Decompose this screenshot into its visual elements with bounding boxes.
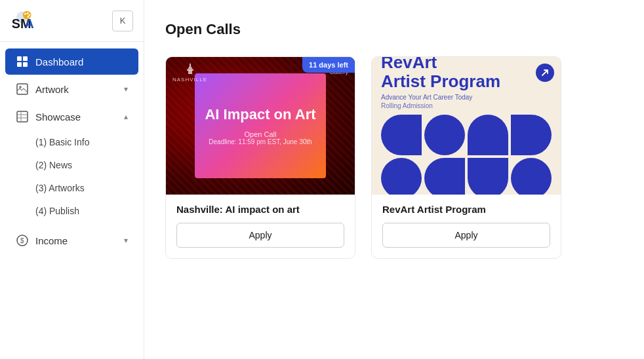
cards-grid: NASHVILLE RevArt Gallery AI Impact on Ar… bbox=[165, 56, 623, 259]
sidebar-item-artworks[interactable]: (3) Artworks bbox=[5, 177, 138, 199]
artworks-label: (3) Artworks bbox=[35, 183, 85, 193]
artwork-chevron: ▾ bbox=[124, 85, 128, 94]
sidebar-item-artwork[interactable]: Artwork ▾ bbox=[5, 76, 138, 102]
ai-impact-title: AI Impact on Art bbox=[205, 106, 315, 123]
revart-card-image: RevArtArtist Program Advance Your Art Ca… bbox=[372, 57, 561, 195]
svg-point-4 bbox=[24, 12, 26, 14]
svg-rect-14 bbox=[17, 111, 28, 122]
showcase-chevron: ▴ bbox=[124, 112, 128, 121]
main-content: Open Calls NASHVIL bbox=[144, 0, 644, 359]
income-chevron: ▾ bbox=[124, 236, 128, 245]
revart-card-name: RevArt Artist Program bbox=[382, 204, 550, 215]
dollar-icon: $ bbox=[16, 234, 29, 247]
nashville-background: NASHVILLE RevArt Gallery AI Impact on Ar… bbox=[166, 57, 355, 195]
image-icon bbox=[16, 83, 29, 96]
revart-background: RevArtArtist Program Advance Your Art Ca… bbox=[372, 57, 561, 195]
nashville-card: NASHVILLE RevArt Gallery AI Impact on Ar… bbox=[165, 56, 355, 259]
table-icon bbox=[16, 110, 29, 123]
revart-card-footer: RevArt Artist Program Apply bbox=[372, 195, 561, 258]
dashboard-label: Dashboard bbox=[35, 56, 83, 67]
svg-point-6 bbox=[28, 14, 30, 16]
ai-impact-box: AI Impact on Art Open Call Deadline: 11:… bbox=[195, 73, 326, 178]
deadline-text: Deadline: 11:59 pm EST, June 30th bbox=[209, 138, 312, 145]
shape-1 bbox=[381, 115, 422, 155]
shape-3 bbox=[468, 115, 508, 155]
grid-icon bbox=[16, 55, 29, 68]
smart-logo-icon: SM ART bbox=[10, 9, 34, 33]
basic-info-label: (1) Basic Info bbox=[35, 137, 89, 147]
shape-2 bbox=[424, 115, 465, 155]
revart-rolling: Rolling Admission bbox=[381, 102, 552, 109]
capitol-icon bbox=[184, 62, 197, 75]
nashville-card-name: Nashville: AI impact on art bbox=[176, 204, 344, 215]
shape-4 bbox=[511, 115, 552, 155]
svg-point-5 bbox=[27, 12, 29, 14]
shape-7 bbox=[468, 158, 508, 195]
sidebar-item-publish[interactable]: (4) Publish bbox=[5, 200, 138, 222]
sidebar-item-news[interactable]: (2) News bbox=[5, 154, 138, 176]
showcase-subnav: (1) Basic Info (2) News (3) Artworks (4)… bbox=[0, 131, 144, 222]
svg-rect-21 bbox=[187, 69, 193, 71]
sidebar-item-dashboard[interactable]: Dashboard bbox=[5, 48, 138, 75]
k-button[interactable]: K bbox=[112, 10, 133, 31]
showcase-label: Showcase bbox=[35, 111, 81, 123]
logo-area: SM ART K bbox=[0, 0, 144, 42]
revart-shapes bbox=[381, 115, 552, 195]
svg-text:$: $ bbox=[20, 237, 24, 244]
shape-5 bbox=[381, 158, 422, 195]
svg-point-7 bbox=[28, 16, 30, 18]
nashville-card-footer: Nashville: AI impact on art Apply bbox=[166, 195, 355, 258]
nashville-apply-button[interactable]: Apply bbox=[176, 223, 344, 248]
artwork-label: Artwork bbox=[35, 84, 69, 95]
nashville-card-image: NASHVILLE RevArt Gallery AI Impact on Ar… bbox=[166, 57, 355, 195]
revart-card-content: RevArtArtist Program Advance Your Art Ca… bbox=[372, 57, 561, 195]
svg-rect-9 bbox=[23, 56, 28, 61]
sidebar: SM ART K Dashboard bbox=[0, 0, 144, 359]
sidebar-item-income[interactable]: $ Income ▾ bbox=[5, 227, 138, 254]
revart-title-line1: RevArtArtist Program bbox=[381, 57, 552, 91]
svg-rect-23 bbox=[190, 64, 191, 66]
days-left-badge: 11 days left bbox=[302, 57, 355, 73]
publish-label: (4) Publish bbox=[35, 206, 79, 216]
revart-card: RevArtArtist Program Advance Your Art Ca… bbox=[371, 56, 561, 259]
page-title: Open Calls bbox=[165, 21, 623, 38]
revart-subtitle: Advance Your Art Career Today bbox=[381, 94, 552, 101]
nashville-text: NASHVILLE bbox=[172, 77, 207, 83]
sidebar-item-basic-info[interactable]: (1) Basic Info bbox=[5, 131, 138, 153]
svg-rect-8 bbox=[17, 56, 22, 61]
news-label: (2) News bbox=[35, 160, 72, 170]
revart-apply-button[interactable]: Apply bbox=[382, 223, 550, 248]
shape-6 bbox=[424, 158, 465, 195]
revart-nav-icon bbox=[536, 64, 554, 82]
sidebar-item-showcase[interactable]: Showcase ▴ bbox=[5, 104, 138, 130]
open-call-label: Open Call bbox=[245, 130, 277, 138]
sidebar-navigation: Dashboard Artwork ▾ bbox=[0, 42, 144, 359]
svg-rect-11 bbox=[23, 62, 28, 67]
nashville-left-header: NASHVILLE bbox=[172, 62, 207, 83]
svg-rect-10 bbox=[17, 62, 22, 67]
svg-point-13 bbox=[19, 86, 22, 88]
shape-8 bbox=[511, 158, 552, 195]
income-label: Income bbox=[35, 235, 68, 246]
